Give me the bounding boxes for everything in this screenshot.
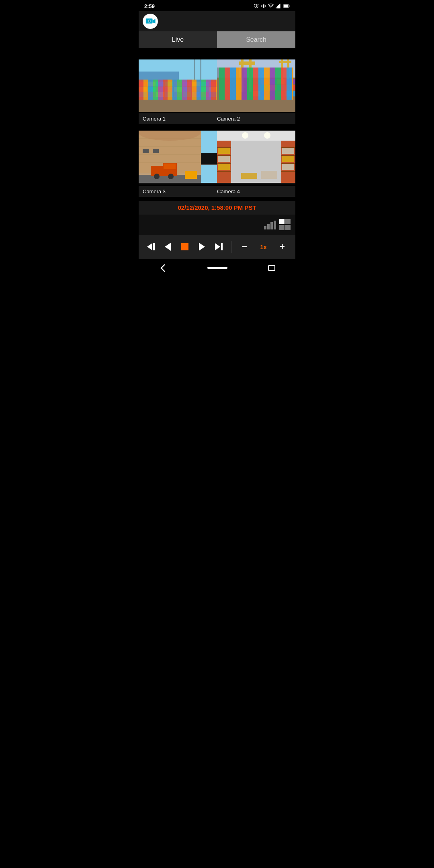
svg-rect-22 xyxy=(183,82,191,86)
svg-rect-50 xyxy=(239,61,255,65)
app-logo xyxy=(143,14,158,29)
svg-rect-42 xyxy=(201,92,209,97)
svg-rect-19 xyxy=(156,82,164,86)
camera-row-2 xyxy=(139,131,295,184)
svg-rect-32 xyxy=(192,87,200,92)
svg-rect-36 xyxy=(147,92,156,97)
svg-rect-111 xyxy=(282,164,294,170)
tabs: Live Search xyxy=(139,31,295,48)
svg-rect-89 xyxy=(185,171,197,179)
svg-rect-102 xyxy=(218,156,230,162)
status-icons xyxy=(254,3,290,9)
grid-cell-1 xyxy=(279,219,285,224)
svg-rect-47 xyxy=(217,78,295,112)
app-header xyxy=(139,11,295,31)
svg-rect-53 xyxy=(261,79,268,84)
grid-cell-2 xyxy=(285,219,291,224)
grid-view-icon[interactable] xyxy=(279,219,291,230)
camera-cell-2[interactable] xyxy=(217,59,295,112)
svg-rect-63 xyxy=(261,91,268,96)
svg-rect-8 xyxy=(284,5,288,7)
back-arrow-icon xyxy=(160,264,165,272)
svg-point-93 xyxy=(242,132,248,139)
camera-feed-2 xyxy=(217,59,295,112)
nav-recents-button[interactable] xyxy=(268,265,275,271)
camera1-visual xyxy=(139,59,217,112)
timestamp-bar: 02/12/2020, 1:58:00 PM PST xyxy=(139,201,295,215)
playback-bar: − 1x + xyxy=(139,235,295,259)
stop-button[interactable] xyxy=(180,242,190,252)
svg-rect-23 xyxy=(192,82,200,86)
tab-live[interactable]: Live xyxy=(139,31,217,48)
camera-labels-row-1: Camera 1 Camera 2 xyxy=(139,113,295,124)
minus-icon: − xyxy=(242,242,247,251)
svg-rect-109 xyxy=(282,148,294,154)
nav-home-pill[interactable] xyxy=(207,267,227,269)
plus-icon: + xyxy=(280,242,285,251)
svg-rect-62 xyxy=(253,91,260,96)
camera-4-label: Camera 4 xyxy=(217,188,291,194)
camera-labels-row-2: Camera 3 Camera 4 xyxy=(139,186,295,197)
svg-rect-51 xyxy=(217,68,239,78)
camera4-visual xyxy=(217,131,295,183)
svg-rect-59 xyxy=(269,85,276,90)
camera-cell-3[interactable] xyxy=(139,131,217,184)
svg-marker-11 xyxy=(153,19,156,23)
svg-rect-27 xyxy=(147,87,156,92)
play-button[interactable] xyxy=(197,241,207,252)
speed-label: 1x xyxy=(260,244,267,250)
svg-rect-35 xyxy=(139,92,147,97)
camera-row-1 xyxy=(139,59,295,112)
svg-rect-56 xyxy=(285,79,295,84)
svg-rect-26 xyxy=(139,87,147,92)
camera-cell-4[interactable] xyxy=(217,131,295,184)
wifi-icon xyxy=(268,4,274,8)
vibrate-icon xyxy=(261,3,266,9)
svg-rect-18 xyxy=(147,82,156,86)
svg-rect-29 xyxy=(165,87,173,92)
status-time: 2:59 xyxy=(144,3,155,9)
svg-rect-101 xyxy=(218,148,230,154)
bar-4 xyxy=(274,221,276,229)
nav-back-button[interactable] xyxy=(159,262,167,274)
svg-point-13 xyxy=(148,20,150,22)
svg-rect-24 xyxy=(201,82,209,86)
svg-rect-110 xyxy=(282,156,294,162)
speed-minus-button[interactable]: − xyxy=(240,241,249,253)
svg-rect-69 xyxy=(279,61,291,63)
svg-rect-100 xyxy=(217,171,231,172)
rewind-button[interactable] xyxy=(163,241,172,252)
svg-rect-5 xyxy=(279,4,280,8)
camera-cell-1[interactable] xyxy=(139,59,217,112)
svg-rect-41 xyxy=(192,92,200,97)
camera-3-label: Camera 3 xyxy=(143,188,217,194)
svg-rect-4 xyxy=(278,5,279,8)
speed-plus-button[interactable]: + xyxy=(278,241,287,253)
svg-rect-33 xyxy=(201,87,209,92)
svg-rect-6 xyxy=(280,4,281,8)
svg-rect-113 xyxy=(261,171,277,179)
svg-rect-37 xyxy=(156,92,164,97)
status-bar: 2:59 xyxy=(139,0,295,11)
tab-search[interactable]: Search xyxy=(217,31,295,48)
bar-1 xyxy=(264,226,266,229)
svg-rect-55 xyxy=(277,79,285,84)
row-spacer xyxy=(139,124,295,131)
svg-rect-58 xyxy=(261,85,268,90)
svg-point-85 xyxy=(154,174,160,179)
svg-rect-39 xyxy=(174,92,182,97)
svg-rect-105 xyxy=(281,147,295,148)
svg-rect-92 xyxy=(217,131,295,141)
spacer-top xyxy=(139,48,295,55)
svg-rect-112 xyxy=(241,173,257,179)
svg-rect-52 xyxy=(253,79,260,84)
svg-rect-21 xyxy=(174,82,182,86)
bar-3 xyxy=(270,222,273,229)
step-forward-button[interactable] xyxy=(213,242,224,252)
alarm-icon xyxy=(254,3,259,9)
svg-rect-65 xyxy=(277,91,285,96)
rewind-pause-button[interactable] xyxy=(145,242,156,252)
svg-rect-78 xyxy=(143,149,149,153)
svg-rect-20 xyxy=(165,82,173,86)
svg-rect-9 xyxy=(289,6,290,7)
